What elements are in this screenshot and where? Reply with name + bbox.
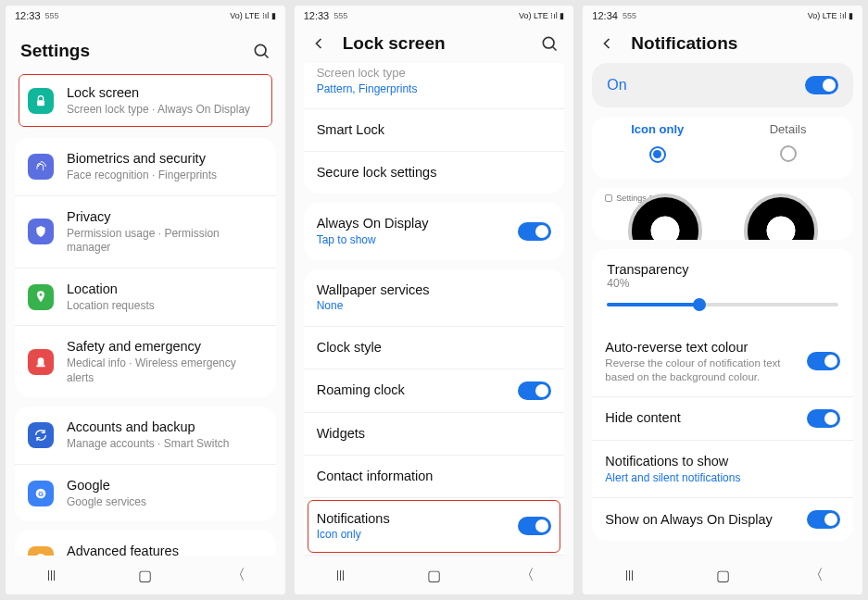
status-bar: 12:33 555 Vo) LTE ⁝ıl ▮ <box>6 6 285 24</box>
search-icon[interactable] <box>252 42 270 60</box>
nav-bar: ⫼ ▢ 〈 <box>6 556 285 594</box>
settings-item[interactable]: Safety and emergencyMedical info · Wirel… <box>15 325 276 397</box>
item-subtitle: Screen lock type · Always On Display <box>67 103 263 118</box>
search-icon[interactable] <box>540 34 559 53</box>
settings-group: Always On DisplayTap to show <box>304 203 565 259</box>
status-icons: Vo) LTE ⁝ıl ▮ <box>808 11 853 20</box>
svg-line-10 <box>553 47 557 51</box>
settings-item[interactable]: Lock screenScreen lock type · Always On … <box>15 72 276 129</box>
item-title: Notifications <box>317 510 506 528</box>
nav-bar: ⫼ ▢ 〈 <box>295 556 574 594</box>
settings-item[interactable]: Screen lock typePattern, Fingerprints <box>304 63 565 108</box>
nav-home[interactable]: ▢ <box>427 567 441 584</box>
nav-recents[interactable]: ⫼ <box>623 567 637 583</box>
page-title: Lock screen <box>343 33 526 54</box>
settings-item[interactable]: Wallpaper servicesNone <box>304 269 565 326</box>
item-title: Safety and emergency <box>67 338 263 356</box>
settings-item[interactable]: Biometrics and securityFace recognition … <box>15 138 276 194</box>
settings-item[interactable]: Roaming clock <box>304 369 565 412</box>
nav-recents[interactable]: ⫼ <box>44 567 59 583</box>
fingerprint-icon <box>28 154 54 180</box>
item-title: Clock style <box>317 339 552 356</box>
options-card: Transparency 40% Auto-reverse text colou… <box>592 249 853 541</box>
item-subtitle: Location requests <box>67 299 263 314</box>
tab-details[interactable]: Details <box>723 122 853 166</box>
radio-icon-only[interactable] <box>649 146 666 163</box>
style-tabs: Icon only Details <box>592 117 853 179</box>
nav-recents[interactable]: ⫼ <box>333 567 348 583</box>
toggle[interactable] <box>518 517 551 535</box>
item-subtitle: Permission usage · Permission manager <box>67 227 263 256</box>
toggle[interactable] <box>807 409 840 428</box>
nav-back[interactable]: 〈 <box>231 566 245 585</box>
settings-item[interactable]: Show on Always On Display <box>592 497 853 541</box>
item-subtitle: Tap to show <box>317 233 506 248</box>
siren-icon <box>28 349 54 375</box>
page-title: Settings <box>20 41 237 61</box>
back-icon[interactable] <box>309 34 328 53</box>
item-title: Wallpaper services <box>317 281 552 299</box>
settings-item[interactable]: Contact information <box>304 455 565 497</box>
item-subtitle: Alert and silent notifications <box>605 471 840 486</box>
settings-item[interactable]: Hide content <box>592 396 853 440</box>
status-icons: Vo) LTE ⁝ıl ▮ <box>230 11 275 20</box>
radio-details[interactable] <box>780 145 797 162</box>
lockscreen-panel: 12:33 555 Vo) LTE ⁝ıl ▮ Lock screen Scre… <box>295 6 574 594</box>
svg-point-9 <box>544 37 555 48</box>
svg-rect-4 <box>36 365 44 367</box>
status-time: 12:33 <box>304 10 330 21</box>
status-extra: 555 <box>45 11 59 20</box>
item-title: Show on Always On Display <box>605 511 794 529</box>
toggle[interactable] <box>807 352 840 370</box>
transparency-slider[interactable] <box>607 295 838 314</box>
settings-item[interactable]: PrivacyPermission usage · Permission man… <box>15 195 276 268</box>
header: Lock screen <box>295 24 574 63</box>
settings-item[interactable]: Notifications to showAlert and silent no… <box>592 440 853 497</box>
master-toggle[interactable] <box>805 76 838 94</box>
nav-back[interactable]: 〈 <box>520 566 535 585</box>
back-icon[interactable] <box>598 34 616 53</box>
tab-icon-only[interactable]: Icon only <box>592 122 723 166</box>
item-subtitle: Icon only <box>317 528 506 543</box>
item-title: Roaming clock <box>317 381 506 399</box>
item-title: Smart Lock <box>317 121 552 139</box>
svg-line-1 <box>264 55 268 58</box>
toggle[interactable] <box>518 222 551 241</box>
toggle[interactable] <box>518 381 551 400</box>
toggle[interactable] <box>807 510 840 529</box>
style-card: Icon only Details <box>592 117 853 179</box>
settings-item[interactable]: NotificationsIcon only <box>304 497 565 555</box>
item-subtitle: Medical info · Wireless emergency alerts <box>67 356 263 385</box>
item-title: Widgets <box>317 425 552 443</box>
nav-home[interactable]: ▢ <box>716 567 730 584</box>
settings-item[interactable]: Widgets <box>304 412 565 455</box>
settings-item[interactable]: GGoogleGoogle services <box>15 464 276 521</box>
status-bar: 12:33 555 Vo) LTE ⁝ıl ▮ <box>295 6 574 24</box>
status-icons: Vo) LTE ⁝ıl ▮ <box>519 11 564 20</box>
settings-item[interactable]: LocationLocation requests <box>15 268 276 325</box>
header: Notifications <box>583 24 862 63</box>
settings-item[interactable]: Clock style <box>304 326 565 369</box>
item-subtitle: Face recognition · Fingerprints <box>67 169 263 183</box>
nav-home[interactable]: ▢ <box>138 567 152 584</box>
page-title: Notifications <box>631 33 848 54</box>
nav-back[interactable]: 〈 <box>809 566 824 585</box>
transparency-value: 40% <box>607 277 838 290</box>
item-subtitle: Pattern, Fingerprints <box>317 82 552 97</box>
shield-icon <box>28 219 54 244</box>
master-toggle-row[interactable]: On <box>592 63 853 107</box>
item-title: Screen lock type <box>317 66 552 81</box>
settings-group: Lock screenScreen lock type · Always On … <box>15 72 276 129</box>
nav-bar: ⫼ ▢ 〈 <box>583 556 862 594</box>
item-title: Always On Display <box>317 215 506 232</box>
transparency-label: Transparency <box>607 262 838 277</box>
status-bar: 12:34 555 Vo) LTE ⁝ıl ▮ <box>583 6 862 24</box>
svg-rect-2 <box>37 100 44 106</box>
settings-item[interactable]: Auto-reverse text colourReverse the colo… <box>592 327 853 396</box>
settings-item[interactable]: Always On DisplayTap to show <box>304 203 565 259</box>
status-time: 12:33 <box>15 10 41 21</box>
item-title: Privacy <box>67 208 263 226</box>
settings-item[interactable]: Secure lock settings <box>304 151 565 194</box>
settings-item[interactable]: Smart Lock <box>304 108 565 151</box>
settings-item[interactable]: Accounts and backupManage accounts · Sma… <box>15 406 276 463</box>
